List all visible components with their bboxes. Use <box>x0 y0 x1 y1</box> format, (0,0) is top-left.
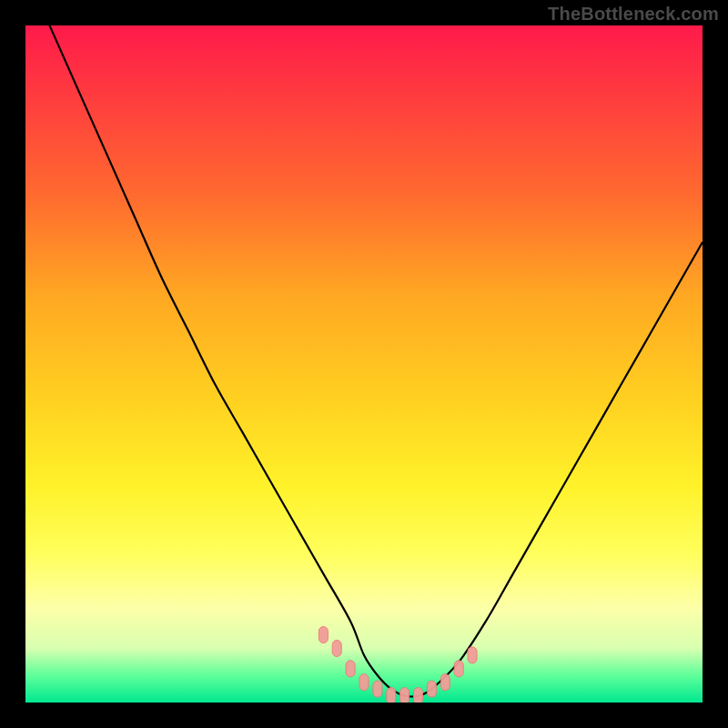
svg-rect-0 <box>318 627 328 643</box>
watermark-text: TheBottleneck.com <box>548 4 719 25</box>
highlight-marker <box>454 661 463 677</box>
highlight-marker <box>318 627 328 643</box>
svg-rect-8 <box>427 681 436 697</box>
highlight-marker <box>346 661 355 677</box>
outer-frame: TheBottleneck.com <box>0 0 728 728</box>
svg-rect-5 <box>387 688 396 703</box>
svg-rect-4 <box>373 681 382 697</box>
chart-svg <box>25 25 703 703</box>
svg-rect-2 <box>346 661 355 677</box>
plot-area <box>25 25 703 703</box>
highlight-marker <box>332 641 341 657</box>
bottleneck-curve <box>25 25 703 697</box>
svg-rect-6 <box>400 688 410 703</box>
highlight-marker <box>373 681 382 697</box>
svg-rect-9 <box>440 674 450 691</box>
highlight-marker <box>468 647 477 663</box>
highlight-marker <box>387 688 396 703</box>
highlight-marker <box>414 688 423 703</box>
svg-rect-1 <box>332 641 341 657</box>
svg-rect-10 <box>454 661 463 677</box>
highlight-marker <box>427 681 436 697</box>
svg-rect-11 <box>468 647 477 663</box>
svg-rect-3 <box>359 674 369 691</box>
highlight-marker <box>359 674 369 691</box>
svg-rect-7 <box>414 688 423 703</box>
highlight-marker <box>440 674 450 691</box>
highlight-marker <box>400 688 410 703</box>
